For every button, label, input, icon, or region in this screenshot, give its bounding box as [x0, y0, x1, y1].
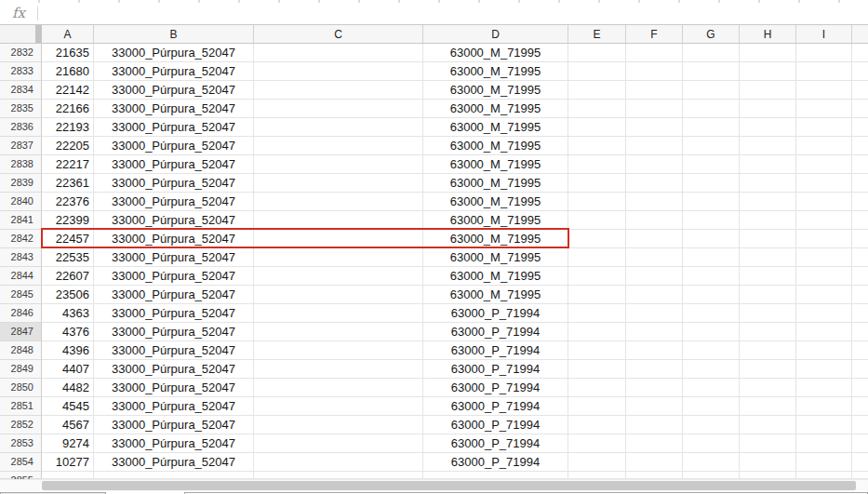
cell-e2837[interactable]: [568, 137, 626, 155]
cell-partial2838[interactable]: [852, 155, 868, 174]
cell-partial2849[interactable]: [852, 360, 868, 379]
cell-i2854[interactable]: [796, 453, 852, 472]
row-header-2848[interactable]: 2848: [0, 341, 42, 360]
cell-i2852[interactable]: [796, 416, 852, 434]
cell-f2849[interactable]: [626, 360, 683, 379]
cell-h2842[interactable]: [740, 230, 796, 248]
cell-g2832[interactable]: [683, 44, 740, 62]
cell-f2838[interactable]: [626, 155, 683, 174]
cell-c2840[interactable]: [254, 193, 423, 211]
cell-e2839[interactable]: [568, 174, 626, 193]
cell-g2838[interactable]: [683, 155, 740, 174]
cell-e2842[interactable]: [568, 230, 626, 248]
cell-d2844[interactable]: 63000_M_71995: [423, 267, 568, 286]
cell-e2838[interactable]: [568, 155, 626, 174]
cell-c2833[interactable]: [254, 62, 423, 81]
cell-g2835[interactable]: [683, 100, 740, 118]
cell-b2837[interactable]: 33000_Púrpura_52047: [94, 137, 254, 155]
cell-a2843[interactable]: 22535: [42, 248, 94, 267]
cell-h2834[interactable]: [740, 81, 796, 100]
cell-partial[interactable]: [740, 472, 796, 479]
cell-i2847[interactable]: [796, 323, 852, 341]
cell-h2836[interactable]: [740, 118, 796, 137]
cell-g2844[interactable]: [683, 267, 740, 286]
cell-i2844[interactable]: [796, 267, 852, 286]
cell-f2848[interactable]: [626, 341, 683, 360]
cell-partial2850[interactable]: [852, 379, 868, 397]
column-header-f[interactable]: F: [626, 25, 683, 43]
cell-c2851[interactable]: [254, 397, 423, 416]
cell-i2840[interactable]: [796, 193, 852, 211]
cell-i2841[interactable]: [796, 211, 852, 230]
cell-g2843[interactable]: [683, 248, 740, 267]
cell-h2845[interactable]: [740, 286, 796, 304]
cell-g2839[interactable]: [683, 174, 740, 193]
cell-f2844[interactable]: [626, 267, 683, 286]
cell-i2848[interactable]: [796, 341, 852, 360]
column-header-a[interactable]: A: [42, 25, 94, 43]
cell-e2852[interactable]: [568, 416, 626, 434]
cell-f2854[interactable]: [626, 453, 683, 472]
cell-a2842[interactable]: 22457: [42, 230, 94, 248]
cell-d2832[interactable]: 63000_M_71995: [423, 44, 568, 62]
cell-partial[interactable]: [683, 472, 740, 479]
cell-e2849[interactable]: [568, 360, 626, 379]
cell-e2834[interactable]: [568, 81, 626, 100]
cell-g2842[interactable]: [683, 230, 740, 248]
cell-a2854[interactable]: 10277: [42, 453, 94, 472]
cell-h2840[interactable]: [740, 193, 796, 211]
cell-partial2844[interactable]: [852, 267, 868, 286]
cell-a2833[interactable]: 21680: [42, 62, 94, 81]
cell-f2841[interactable]: [626, 211, 683, 230]
cell-c2834[interactable]: [254, 81, 423, 100]
cell-c2845[interactable]: [254, 286, 423, 304]
cell-partial[interactable]: [568, 472, 626, 479]
cell-i2845[interactable]: [796, 286, 852, 304]
cell-a2846[interactable]: 4363: [42, 304, 94, 323]
cell-g2834[interactable]: [683, 81, 740, 100]
cell-partial2852[interactable]: [852, 416, 868, 434]
cell-d2836[interactable]: 63000_M_71995: [423, 118, 568, 137]
horizontal-scrollbar[interactable]: [0, 479, 868, 491]
cell-h2849[interactable]: [740, 360, 796, 379]
cell-partial2847[interactable]: [852, 323, 868, 341]
cell-partial2833[interactable]: [852, 62, 868, 81]
cell-partial2842[interactable]: [852, 230, 868, 248]
cell-f2852[interactable]: [626, 416, 683, 434]
column-header-d[interactable]: D: [423, 25, 568, 43]
cell-b2854[interactable]: 33000_Púrpura_52047: [94, 453, 254, 472]
row-header-2835[interactable]: 2835: [0, 100, 42, 118]
cell-c2844[interactable]: [254, 267, 423, 286]
cell-c2853[interactable]: [254, 434, 423, 453]
row-header-2839[interactable]: 2839: [0, 174, 42, 193]
cell-g2840[interactable]: [683, 193, 740, 211]
cell-h2850[interactable]: [740, 379, 796, 397]
cell-f2833[interactable]: [626, 62, 683, 81]
cell-b2833[interactable]: 33000_Púrpura_52047: [94, 62, 254, 81]
cell-h2833[interactable]: [740, 62, 796, 81]
cell-i2835[interactable]: [796, 100, 852, 118]
cell-a2845[interactable]: 23506: [42, 286, 94, 304]
cell-partial2848[interactable]: [852, 341, 868, 360]
cell-e2850[interactable]: [568, 379, 626, 397]
cell-c2841[interactable]: [254, 211, 423, 230]
cell-b2834[interactable]: 33000_Púrpura_52047: [94, 81, 254, 100]
cell-g2854[interactable]: [683, 453, 740, 472]
cell-a2835[interactable]: 22166: [42, 100, 94, 118]
cell-b2850[interactable]: 33000_Púrpura_52047: [94, 379, 254, 397]
cell-g2853[interactable]: [683, 434, 740, 453]
cell-f2846[interactable]: [626, 304, 683, 323]
row-header-2838[interactable]: 2838: [0, 155, 42, 174]
row-header-2836[interactable]: 2836: [0, 118, 42, 137]
cell-b2838[interactable]: 33000_Púrpura_52047: [94, 155, 254, 174]
cell-d2837[interactable]: 63000_M_71995: [423, 137, 568, 155]
row-header-2850[interactable]: 2850: [0, 379, 42, 397]
cell-d2845[interactable]: 63000_M_71995: [423, 286, 568, 304]
cell-h2853[interactable]: [740, 434, 796, 453]
cell-b2832[interactable]: 33000_Púrpura_52047: [94, 44, 254, 62]
cell-e2840[interactable]: [568, 193, 626, 211]
cell-f2843[interactable]: [626, 248, 683, 267]
row-header-2846[interactable]: 2846: [0, 304, 42, 323]
cell-i2851[interactable]: [796, 397, 852, 416]
cell-partial[interactable]: [94, 472, 254, 479]
